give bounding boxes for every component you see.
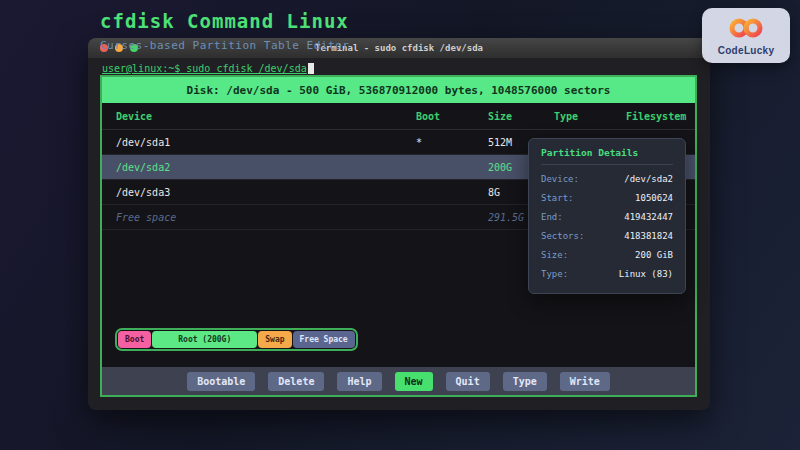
page-subtitle: Curses-based Partition Table Editor (100, 39, 349, 52)
column-type: Type (554, 111, 626, 122)
disk-info-header: Disk: /dev/sda - 500 GiB, 536870912000 b… (102, 77, 695, 103)
detail-end: End: 419432447 (541, 208, 673, 227)
detail-size: Size: 200 GiB (541, 246, 673, 265)
page-title: cfdisk Command Linux (100, 10, 349, 32)
detail-device: Device: /dev/sda2 (541, 170, 673, 189)
cell-device: /dev/sda2 (116, 162, 416, 173)
codelucky-badge: CodeLucky (702, 8, 790, 63)
terminal-window: Terminal - sudo cfdisk /dev/sda user@lin… (88, 38, 710, 410)
infinity-icon (725, 16, 767, 44)
cell-device: /dev/sda3 (116, 187, 416, 198)
column-device: Device (116, 111, 416, 122)
codelucky-label: CodeLucky (718, 45, 775, 56)
popup-title: Partition Details (541, 147, 673, 165)
partition-table-header: Device Boot Size Type Filesystem (102, 103, 695, 130)
column-boot: Boot (416, 111, 488, 122)
legend-root: Root (200G) (152, 331, 257, 348)
legend-free-space: Free Space (293, 331, 355, 348)
column-size: Size (488, 111, 554, 122)
quit-button[interactable]: Quit (446, 372, 490, 391)
write-button[interactable]: Write (560, 372, 610, 391)
page-heading: cfdisk Command Linux Curses-based Partit… (100, 10, 349, 52)
detail-start: Start: 1050624 (541, 189, 673, 208)
detail-sectors: Sectors: 418381824 (541, 227, 673, 246)
cfdisk-menu-bar: Bootable Delete Help New Quit Type Write (102, 367, 695, 395)
new-button[interactable]: New (395, 372, 433, 391)
type-button[interactable]: Type (503, 372, 547, 391)
prompt-text: user@linux:~$ sudo cfdisk /dev/sda (102, 63, 307, 74)
bootable-button[interactable]: Bootable (187, 372, 255, 391)
legend-boot: Boot (118, 331, 151, 348)
help-button[interactable]: Help (337, 372, 381, 391)
terminal-prompt[interactable]: user@linux:~$ sudo cfdisk /dev/sda (102, 63, 314, 74)
page-background: cfdisk Command Linux Curses-based Partit… (0, 0, 800, 450)
cell-device: Free space (116, 212, 416, 223)
partition-details-popup: Partition Details Device: /dev/sda2 Star… (528, 138, 686, 294)
legend-swap: Swap (258, 331, 291, 348)
cell-boot: * (416, 137, 488, 148)
text-cursor (308, 63, 314, 74)
partition-map-legend: Boot Root (200G) Swap Free Space (115, 328, 358, 351)
column-filesystem: Filesystem (626, 111, 695, 122)
detail-type: Type: Linux (83) (541, 265, 673, 284)
cell-device: /dev/sda1 (116, 137, 416, 148)
delete-button[interactable]: Delete (268, 372, 324, 391)
